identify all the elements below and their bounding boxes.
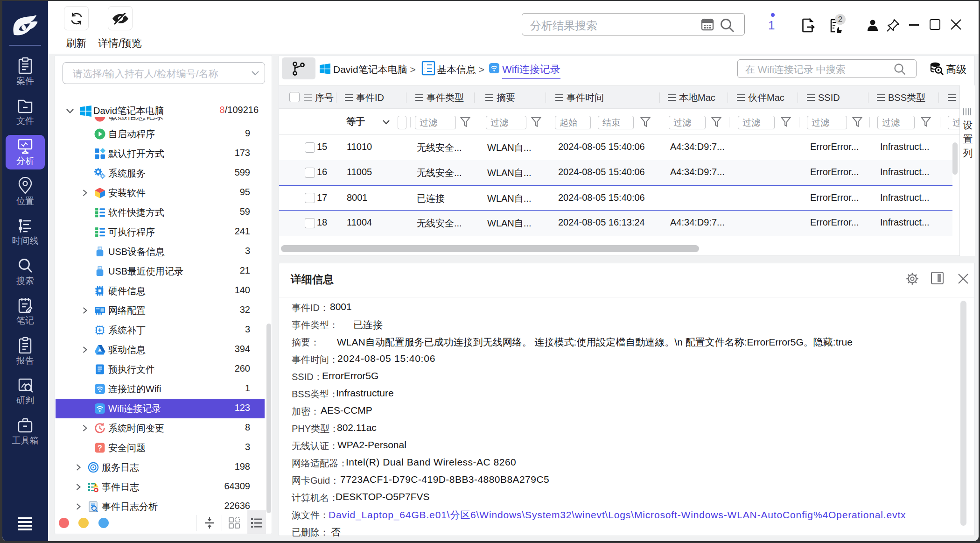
svg-text:?: ? bbox=[98, 444, 102, 452]
